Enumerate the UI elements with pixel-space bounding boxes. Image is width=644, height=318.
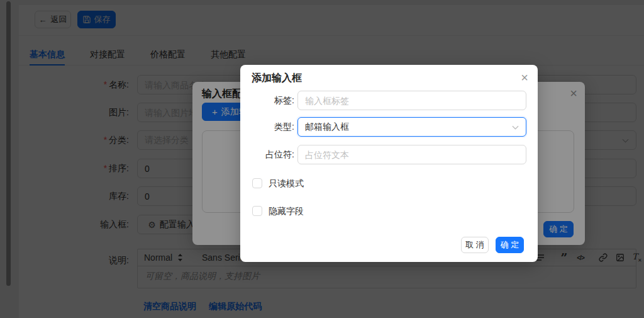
readonly-checkbox[interactable] (252, 178, 262, 188)
readonly-checkbox-label[interactable]: 只读模式 (269, 178, 304, 189)
add-modal-cancel-button[interactable]: 取 消 (461, 237, 489, 253)
type-label: 类型: (240, 117, 294, 137)
tag-input[interactable] (297, 91, 526, 110)
placeholder-input[interactable] (297, 145, 526, 164)
add-modal-title: 添加输入框 (252, 72, 302, 85)
chevron-down-icon (512, 125, 519, 130)
tag-label: 标签: (240, 91, 294, 110)
add-inputbox-modal: 添加输入框 × 标签: 类型: 邮箱输入框 占位符: 只读模式 隐藏字段 取 消… (240, 65, 538, 262)
type-value: 邮箱输入框 (305, 122, 349, 133)
add-modal-confirm-button[interactable]: 确 定 (496, 237, 524, 253)
hidden-field-checkbox[interactable] (252, 206, 262, 216)
hidden-field-checkbox-label[interactable]: 隐藏字段 (269, 206, 304, 217)
screen: ← 返回 保存 基本信息 对接配置 价格配置 其他配置 *名称: 图片: *分类… (0, 0, 644, 318)
type-select[interactable]: 邮箱输入框 (297, 117, 526, 137)
close-icon[interactable]: × (521, 72, 528, 82)
placeholder-label: 占位符: (240, 145, 294, 164)
